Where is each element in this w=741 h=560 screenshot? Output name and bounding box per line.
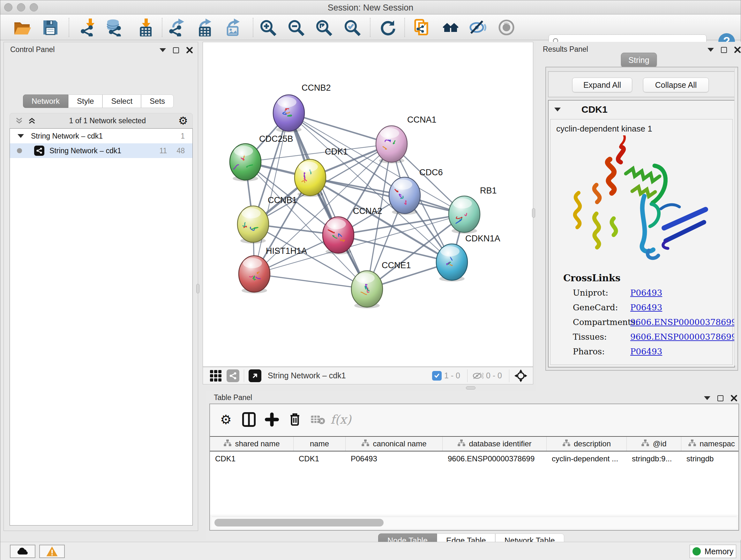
node-HIST1H1A[interactable]: HIST1H1A: [239, 246, 307, 294]
network-canvas[interactable]: CCNB2CCNA1CDC25BCDK1CDC6RB1CCNB1CCNA2CDK…: [203, 42, 533, 367]
import-table-file-icon[interactable]: [134, 18, 151, 37]
birdseye-view-icon[interactable]: [249, 369, 261, 382]
export-image-icon[interactable]: [222, 18, 240, 37]
export-table-icon[interactable]: [194, 18, 212, 37]
network-status-dot: [17, 148, 22, 153]
node-CCNE1[interactable]: CCNE1: [351, 260, 411, 308]
table-cell[interactable]: 9606.ENSP00000378699: [443, 451, 547, 466]
panel-menu-icon[interactable]: [708, 48, 714, 52]
zoom-fit-icon[interactable]: [315, 18, 333, 37]
float-panel-icon[interactable]: [721, 47, 727, 53]
expand-all-icon[interactable]: [27, 116, 37, 125]
add-column-icon[interactable]: [260, 413, 283, 427]
zoom-in-icon[interactable]: [259, 18, 277, 37]
column-header-shared-name[interactable]: shared name: [210, 437, 293, 451]
title-bar: Session: New Session: [0, 0, 741, 14]
memory-button[interactable]: Memory: [690, 545, 736, 558]
node-CDKN1A[interactable]: CDKN1A: [436, 234, 500, 282]
open-file-icon[interactable]: [13, 18, 31, 37]
zoom-out-icon[interactable]: [287, 18, 305, 37]
column-header--id[interactable]: @id: [627, 437, 681, 451]
import-network-file-icon[interactable]: [78, 18, 96, 37]
table-cell[interactable]: P06493: [346, 451, 443, 466]
edge-CCNB2-CCNE1[interactable]: [289, 113, 367, 289]
crosslink-link[interactable]: 9606.ENSP00000378699: [630, 332, 737, 341]
delete-table-icon: [307, 414, 329, 425]
save-session-icon[interactable]: [42, 18, 59, 37]
current-network-name: String Network – cdk1: [268, 371, 432, 380]
table-cell[interactable]: CDK1: [210, 451, 293, 466]
node-label-CDK1: CDK1: [325, 147, 348, 157]
table-cell[interactable]: CDK1: [293, 451, 346, 466]
collapse-section-icon[interactable]: [554, 108, 561, 111]
string-network-icon: [34, 145, 44, 156]
selected-node-edge-counts: 1 - 0: [444, 371, 460, 380]
scrollbar-thumb[interactable]: [214, 519, 384, 526]
export-network-icon[interactable]: [167, 18, 185, 37]
network-options-gear-icon[interactable]: ⚙: [179, 114, 188, 127]
crosslink-link[interactable]: P06493: [630, 303, 662, 312]
panel-menu-icon[interactable]: [704, 396, 711, 400]
table-horizontal-scrollbar[interactable]: [212, 516, 737, 528]
float-panel-icon[interactable]: [173, 47, 179, 53]
collection-expand-icon[interactable]: [17, 134, 24, 138]
table-row[interactable]: CDK1CDK1P064939606.ENSP00000378699cyclin…: [210, 451, 738, 466]
delete-column-trash-icon[interactable]: [283, 412, 307, 427]
left-splitter-handle[interactable]: [196, 284, 199, 294]
selected-items-checkbox-icon[interactable]: [432, 371, 442, 381]
fit-content-crosshair-icon[interactable]: [514, 369, 528, 383]
node-CCNB1[interactable]: CCNB1: [238, 195, 297, 244]
network-thumbnail-icon[interactable]: [226, 369, 239, 382]
panel-menu-icon[interactable]: [159, 48, 166, 52]
crosslink-link[interactable]: 9606.ENSP00000378699: [630, 317, 737, 327]
tab-sets[interactable]: Sets: [141, 95, 174, 108]
column-header-database-identifier[interactable]: database identifier: [443, 437, 547, 451]
node-CCNA1[interactable]: CCNA1: [376, 115, 436, 164]
string-protein-query-icon[interactable]: [413, 18, 431, 37]
close-panel-icon[interactable]: [734, 46, 741, 53]
show-all-icon[interactable]: [497, 18, 515, 37]
collapse-all-button[interactable]: Collapse All: [643, 78, 709, 92]
network-list-item[interactable]: String Network – cdk1 1: [10, 129, 192, 143]
network-list-item[interactable]: String Network – cdk1 11 48: [10, 143, 192, 158]
column-header-canonical-name[interactable]: canonical name: [346, 437, 443, 451]
gene-section-header[interactable]: CDK1: [549, 101, 734, 118]
close-panel-icon[interactable]: [186, 47, 193, 54]
expand-all-button[interactable]: Expand All: [572, 78, 632, 92]
tab-network[interactable]: Network: [23, 95, 68, 108]
crosslink-row: Tissues: 9606.ENSP00000378699: [573, 332, 726, 341]
warnings-button[interactable]: [39, 545, 65, 558]
float-panel-icon[interactable]: [718, 395, 724, 401]
tab-string[interactable]: String: [621, 53, 657, 67]
crosslink-link[interactable]: P06493: [630, 347, 662, 356]
import-network-database-icon[interactable]: [105, 18, 123, 37]
close-panel-icon[interactable]: [731, 395, 738, 401]
hide-selected-icon[interactable]: [469, 18, 487, 37]
column-header-description[interactable]: description: [547, 437, 627, 451]
crosslink-link[interactable]: P06493: [630, 288, 662, 298]
tab-style[interactable]: Style: [68, 95, 103, 108]
column-header-namespac[interactable]: namespac: [681, 437, 738, 451]
string-home-icon[interactable]: [442, 18, 460, 37]
zoom-selected-icon[interactable]: [343, 18, 361, 37]
node-CCNA2[interactable]: CCNA2: [323, 206, 382, 254]
table-toolbar: ⚙ f(x): [210, 404, 738, 435]
table-cell[interactable]: stringdb:9...: [627, 451, 681, 466]
table-cell[interactable]: cyclin-dependent ...: [547, 451, 627, 466]
network-label: String Network – cdk1: [50, 146, 159, 155]
gene-details: cyclin-dependent kinase 1: [550, 119, 733, 365]
grid-view-icon[interactable]: [210, 370, 221, 381]
right-splitter-handle[interactable]: [532, 208, 535, 218]
tab-select[interactable]: Select: [103, 95, 141, 108]
show-columns-icon[interactable]: [238, 412, 260, 427]
bottom-splitter-handle[interactable]: [466, 386, 475, 389]
table-cell[interactable]: stringdb: [681, 451, 738, 466]
results-scrollbar[interactable]: [734, 69, 737, 366]
cloud-status-button[interactable]: [10, 545, 36, 558]
refresh-icon[interactable]: [379, 18, 396, 37]
edge-HIST1H1A-CCNE1[interactable]: [254, 274, 367, 289]
node-RB1[interactable]: RB1: [449, 186, 497, 234]
collapse-all-icon[interactable]: [14, 116, 24, 125]
column-header-name[interactable]: name: [293, 437, 346, 451]
table-options-gear-icon[interactable]: ⚙: [214, 412, 238, 427]
